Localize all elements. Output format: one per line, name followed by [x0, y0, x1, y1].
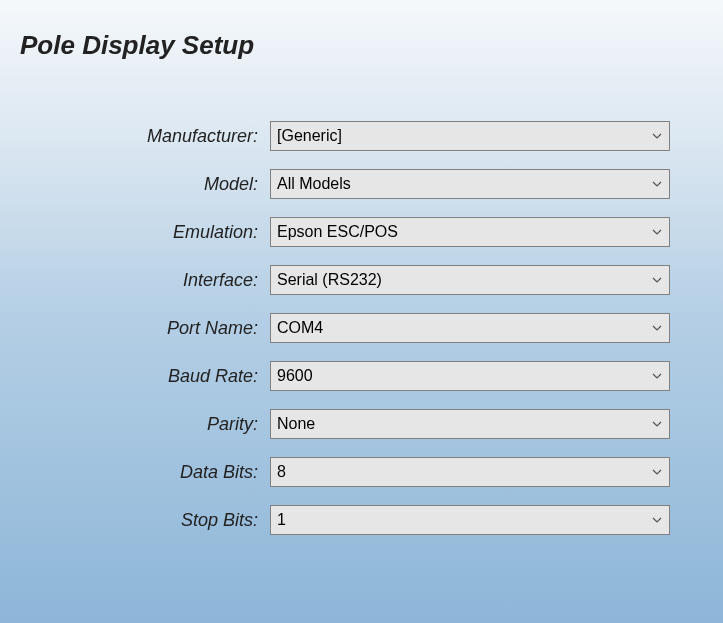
port-name-row: Port Name: COM4	[40, 313, 703, 343]
emulation-select[interactable]: Epson ESC/POS	[270, 217, 670, 247]
manufacturer-row: Manufacturer: [Generic]	[40, 121, 703, 151]
parity-select[interactable]: None	[270, 409, 670, 439]
port-name-value: COM4	[277, 319, 323, 337]
manufacturer-label: Manufacturer:	[40, 126, 270, 147]
parity-value: None	[277, 415, 315, 433]
model-value: All Models	[277, 175, 351, 193]
emulation-row: Emulation: Epson ESC/POS	[40, 217, 703, 247]
stop-bits-row: Stop Bits: 1	[40, 505, 703, 535]
manufacturer-select[interactable]: [Generic]	[270, 121, 670, 151]
setup-form: Manufacturer: [Generic] Model: All Model…	[40, 121, 703, 535]
data-bits-row: Data Bits: 8	[40, 457, 703, 487]
emulation-value: Epson ESC/POS	[277, 223, 398, 241]
baud-rate-select[interactable]: 9600	[270, 361, 670, 391]
interface-select[interactable]: Serial (RS232)	[270, 265, 670, 295]
interface-value: Serial (RS232)	[277, 271, 382, 289]
model-row: Model: All Models	[40, 169, 703, 199]
stop-bits-value: 1	[277, 511, 286, 529]
port-name-select[interactable]: COM4	[270, 313, 670, 343]
parity-row: Parity: None	[40, 409, 703, 439]
data-bits-select[interactable]: 8	[270, 457, 670, 487]
baud-rate-value: 9600	[277, 367, 313, 385]
baud-rate-label: Baud Rate:	[40, 366, 270, 387]
stop-bits-label: Stop Bits:	[40, 510, 270, 531]
data-bits-value: 8	[277, 463, 286, 481]
model-select[interactable]: All Models	[270, 169, 670, 199]
parity-label: Parity:	[40, 414, 270, 435]
manufacturer-value: [Generic]	[277, 127, 342, 145]
interface-row: Interface: Serial (RS232)	[40, 265, 703, 295]
baud-rate-row: Baud Rate: 9600	[40, 361, 703, 391]
emulation-label: Emulation:	[40, 222, 270, 243]
page-title: Pole Display Setup	[20, 30, 703, 61]
stop-bits-select[interactable]: 1	[270, 505, 670, 535]
data-bits-label: Data Bits:	[40, 462, 270, 483]
port-name-label: Port Name:	[40, 318, 270, 339]
model-label: Model:	[40, 174, 270, 195]
interface-label: Interface:	[40, 270, 270, 291]
